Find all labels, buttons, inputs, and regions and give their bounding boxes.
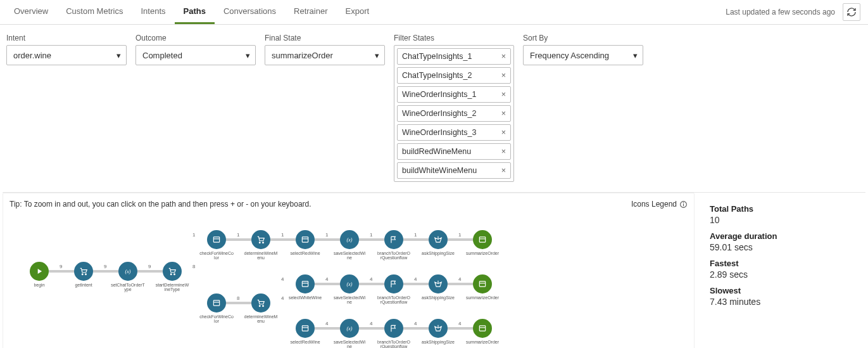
svg-text:(x): (x) <box>347 281 353 287</box>
graph-edge-label: 8 <box>192 264 196 269</box>
svg-rect-24 <box>479 281 485 287</box>
panel-icon <box>473 319 492 338</box>
graph-node-detMenu2[interactable]: determineWineMenu <box>244 293 278 324</box>
graph-node-selRed3[interactable]: selectRedWine <box>288 319 322 344</box>
graph-edge-label: 1 <box>325 232 329 238</box>
svg-point-10 <box>259 242 260 243</box>
graph-node-label: selectWhiteWine <box>289 295 322 300</box>
svg-point-19 <box>259 306 260 307</box>
graph-node-detMenu1[interactable]: determineWineMenu <box>244 230 278 261</box>
graph-node-branch1[interactable]: branchToOrderOrQuestionflow <box>377 230 411 261</box>
tab-paths[interactable]: Paths <box>175 0 215 24</box>
filter-state-chip-label: buildRedWineMenu <box>402 147 471 156</box>
outcome-select-value: Completed <box>142 51 182 60</box>
graph-node-label: branchToOrderOrQuestionflow <box>377 340 411 348</box>
close-icon[interactable]: × <box>501 166 506 175</box>
graph-node-saveRed1[interactable]: (x)saveSelectedWine <box>332 230 367 261</box>
graph-node-ship2[interactable]: askShippingSize <box>421 274 455 300</box>
close-icon[interactable]: × <box>501 109 506 118</box>
graph-node-sum3[interactable]: summarizeOrder <box>465 319 500 344</box>
filter-state-chip[interactable]: WineOrderInsights_1× <box>397 86 511 103</box>
filters-row: Intent order.wine ▾ Outcome Completed ▾ … <box>0 25 868 190</box>
graph-node-label: branchToOrderOrQuestionflow <box>377 295 411 305</box>
graph-node-sum2[interactable]: summarizeOrder <box>465 274 500 300</box>
svg-rect-15 <box>479 237 485 242</box>
graph-node-saveRed3[interactable]: (x)saveSelectedWine <box>332 319 367 348</box>
graph-node-startDetermineWineType[interactable]: startDetermineWineType <box>155 262 189 292</box>
graph-edge-label: 1 <box>413 232 417 238</box>
filter-state-chip[interactable]: ChatTypeInsights_2× <box>397 67 511 84</box>
filter-state-chip[interactable]: WineOrderInsights_3× <box>397 124 511 141</box>
last-updated-text: Last updated a few seconds ago <box>726 8 840 16</box>
graph-node-saveWhite[interactable]: (x)saveSelectedWine <box>332 274 367 305</box>
graph-edge-label: 9 <box>59 264 63 269</box>
fx-icon: (x) <box>340 274 359 293</box>
svg-rect-26 <box>302 326 308 331</box>
stat-avg-duration: Average duration 59.01 secs <box>710 231 859 252</box>
filter-state-chip[interactable]: ChatTypeInsights_1× <box>397 48 511 65</box>
path-graph[interactable]: begingetIntent(x)setChatToOrderTypestart… <box>9 211 688 344</box>
graph-node-label: determineWineMenu <box>244 314 278 324</box>
filter-states-box[interactable]: ChatTypeInsights_1×ChatTypeInsights_2×Wi… <box>394 45 514 182</box>
ship-icon <box>429 230 448 249</box>
stat-fastest: Fastest 2.89 secs <box>710 259 859 280</box>
close-icon[interactable]: × <box>501 147 506 156</box>
svg-point-6 <box>170 274 172 275</box>
graph-node-selWhite[interactable]: selectWhiteWine <box>288 274 322 300</box>
refresh-button[interactable] <box>843 3 860 21</box>
graph-node-label: begin <box>34 283 44 287</box>
graph-node-branch3[interactable]: branchToOrderOrQuestionflow <box>377 319 411 348</box>
graph-node-label: branchToOrderOrQuestionflow <box>377 251 411 261</box>
graph-node-ship3[interactable]: askShippingSize <box>421 319 455 344</box>
intent-select-value: order.wine <box>13 51 51 60</box>
outcome-select[interactable]: Completed ▾ <box>135 45 256 65</box>
flag-icon <box>384 274 403 293</box>
graph-node-label: startDetermineWineType <box>155 283 189 292</box>
close-icon[interactable]: × <box>501 71 506 80</box>
filter-state-chip[interactable]: buildRedWineMenu× <box>397 143 511 160</box>
stat-total-paths-label: Total Paths <box>710 204 859 214</box>
graph-node-selRed1[interactable]: selectRedWine <box>288 230 322 255</box>
filter-states: Filter States ChatTypeInsights_1×ChatTyp… <box>394 34 514 182</box>
filter-state-chip-label: WineOrderInsights_3 <box>402 128 476 137</box>
graph-node-check2[interactable]: checkForWineColor <box>199 293 234 324</box>
close-icon[interactable]: × <box>501 90 506 99</box>
close-icon[interactable]: × <box>501 128 506 137</box>
fx-icon: (x) <box>340 319 359 338</box>
icons-legend-link[interactable]: Icons Legend <box>631 200 688 209</box>
filter-state-chip[interactable]: WineOrderInsights_2× <box>397 105 511 122</box>
graph-node-branch2[interactable]: branchToOrderOrQuestionflow <box>377 274 411 305</box>
tab-custom-metrics[interactable]: Custom Metrics <box>57 0 132 24</box>
svg-point-4 <box>85 274 87 275</box>
svg-point-3 <box>82 274 83 275</box>
ship-icon <box>429 274 448 293</box>
intent-select[interactable]: order.wine ▾ <box>6 45 127 65</box>
final-state-select[interactable]: summarizeOrder ▾ <box>265 45 385 65</box>
graph-edge-label: 1 <box>458 232 462 238</box>
graph-node-label: askShippingSize <box>422 251 455 255</box>
tab-intents[interactable]: Intents <box>132 0 174 24</box>
close-icon[interactable]: × <box>501 52 506 61</box>
panel-icon <box>473 274 492 293</box>
graph-edge-label: 4 <box>458 321 462 326</box>
tab-conversations[interactable]: Conversations <box>215 0 285 24</box>
chevron-down-icon: ▾ <box>375 51 379 60</box>
svg-rect-17 <box>213 300 219 306</box>
filter-state-chip[interactable]: buildWhiteWineMenu× <box>397 162 511 179</box>
graph-node-setChatToOrderType[interactable]: (x)setChatToOrderType <box>111 262 145 292</box>
graph-node-getIntent[interactable]: getIntent <box>66 262 101 287</box>
graph-node-begin[interactable]: begin <box>22 262 56 287</box>
fx-icon: (x) <box>340 230 359 249</box>
sort-select[interactable]: Frequency Ascending ▾ <box>523 45 643 65</box>
tab-retrainer[interactable]: Retrainer <box>285 0 336 24</box>
tab-overview[interactable]: Overview <box>5 0 57 24</box>
graph-node-sum1[interactable]: summarizeOrder <box>465 230 500 255</box>
filter-outcome: Outcome Completed ▾ <box>135 34 256 65</box>
sort-select-value: Frequency Ascending <box>530 51 609 60</box>
path-canvas[interactable]: Tip: To zoom in and out, you can click o… <box>3 193 695 348</box>
svg-rect-29 <box>479 326 485 331</box>
graph-node-ship1[interactable]: askShippingSize <box>421 230 455 255</box>
graph-node-check1[interactable]: checkForWineColor <box>199 230 234 261</box>
filter-intent: Intent order.wine ▾ <box>6 34 127 65</box>
tab-export[interactable]: Export <box>337 0 379 24</box>
